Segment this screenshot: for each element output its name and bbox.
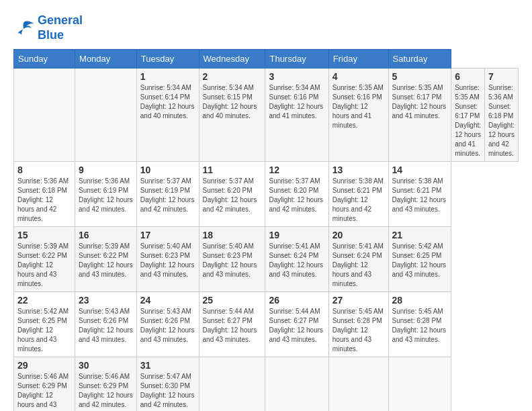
weekday-header-sunday: Sunday bbox=[14, 50, 75, 68]
day-info: Sunrise: 5:37 AMSunset: 6:20 PMDaylight:… bbox=[269, 177, 324, 214]
weekday-header-monday: Monday bbox=[75, 50, 137, 68]
calendar-cell: 19 Sunrise: 5:41 AMSunset: 6:24 PMDaylig… bbox=[265, 227, 328, 292]
weekday-header-thursday: Thursday bbox=[265, 50, 328, 68]
calendar-cell bbox=[75, 68, 137, 162]
calendar-cell: 14 Sunrise: 5:38 AMSunset: 6:21 PMDaylig… bbox=[388, 162, 451, 227]
day-number: 10 bbox=[140, 165, 195, 175]
calendar-cell: 22 Sunrise: 5:42 AMSunset: 6:25 PMDaylig… bbox=[14, 292, 75, 357]
day-info: Sunrise: 5:41 AMSunset: 6:24 PMDaylight:… bbox=[332, 242, 385, 289]
calendar-cell: 8 Sunrise: 5:36 AMSunset: 6:18 PMDayligh… bbox=[14, 162, 75, 227]
day-info: Sunrise: 5:34 AMSunset: 6:16 PMDaylight:… bbox=[269, 83, 324, 121]
day-number: 14 bbox=[392, 165, 448, 175]
calendar-cell: 18 Sunrise: 5:40 AMSunset: 6:23 PMDaylig… bbox=[199, 227, 265, 292]
calendar-cell: 10 Sunrise: 5:37 AMSunset: 6:19 PMDaylig… bbox=[136, 162, 199, 227]
calendar-cell bbox=[265, 357, 328, 411]
day-info: Sunrise: 5:42 AMSunset: 6:25 PMDaylight:… bbox=[17, 307, 71, 354]
calendar-cell: 7 Sunrise: 5:36 AMSunset: 6:18 PMDayligh… bbox=[485, 68, 519, 162]
day-number: 6 bbox=[455, 71, 481, 82]
calendar-cell: 12 Sunrise: 5:37 AMSunset: 6:20 PMDaylig… bbox=[265, 162, 328, 227]
day-info: Sunrise: 5:35 AMSunset: 6:17 PMDaylight:… bbox=[392, 83, 448, 121]
day-number: 5 bbox=[392, 71, 448, 82]
calendar-cell: 24 Sunrise: 5:43 AMSunset: 6:26 PMDaylig… bbox=[136, 292, 199, 357]
day-number: 3 bbox=[269, 71, 324, 82]
calendar-week-row: 22 Sunrise: 5:42 AMSunset: 6:25 PMDaylig… bbox=[14, 292, 519, 357]
calendar-table: SundayMondayTuesdayWednesdayThursdayFrid… bbox=[13, 49, 519, 411]
calendar-week-row: 1 Sunrise: 5:34 AMSunset: 6:14 PMDayligh… bbox=[14, 68, 519, 162]
calendar-cell: 15 Sunrise: 5:39 AMSunset: 6:22 PMDaylig… bbox=[14, 227, 75, 292]
day-number: 21 bbox=[392, 230, 448, 240]
day-info: Sunrise: 5:43 AMSunset: 6:26 PMDaylight:… bbox=[79, 307, 133, 345]
day-info: Sunrise: 5:43 AMSunset: 6:26 PMDaylight:… bbox=[140, 307, 195, 345]
day-number: 12 bbox=[269, 165, 324, 175]
calendar-cell: 26 Sunrise: 5:44 AMSunset: 6:27 PMDaylig… bbox=[265, 292, 328, 357]
calendar-cell: 31 Sunrise: 5:47 AMSunset: 6:30 PMDaylig… bbox=[136, 357, 199, 411]
day-number: 29 bbox=[17, 360, 71, 371]
day-number: 20 bbox=[332, 230, 385, 240]
calendar-cell: 11 Sunrise: 5:37 AMSunset: 6:20 PMDaylig… bbox=[199, 162, 265, 227]
calendar-cell: 21 Sunrise: 5:42 AMSunset: 6:25 PMDaylig… bbox=[388, 227, 451, 292]
weekday-header-row: SundayMondayTuesdayWednesdayThursdayFrid… bbox=[14, 50, 519, 68]
day-info: Sunrise: 5:44 AMSunset: 6:27 PMDaylight:… bbox=[203, 307, 262, 345]
day-number: 2 bbox=[203, 71, 262, 82]
day-info: Sunrise: 5:35 AMSunset: 6:16 PMDaylight:… bbox=[332, 83, 385, 130]
day-info: Sunrise: 5:38 AMSunset: 6:21 PMDaylight:… bbox=[392, 177, 448, 214]
day-number: 16 bbox=[79, 230, 133, 240]
calendar-cell: 5 Sunrise: 5:35 AMSunset: 6:17 PMDayligh… bbox=[388, 68, 451, 162]
page-header: General Blue bbox=[13, 13, 519, 42]
day-number: 22 bbox=[17, 295, 71, 306]
day-number: 25 bbox=[203, 295, 262, 306]
day-info: Sunrise: 5:39 AMSunset: 6:22 PMDaylight:… bbox=[79, 242, 133, 279]
day-info: Sunrise: 5:35 AMSunset: 6:17 PMDaylight:… bbox=[455, 83, 481, 158]
day-number: 27 bbox=[332, 295, 385, 306]
day-number: 18 bbox=[203, 230, 262, 240]
calendar-cell: 17 Sunrise: 5:40 AMSunset: 6:23 PMDaylig… bbox=[136, 227, 199, 292]
weekday-header-wednesday: Wednesday bbox=[199, 50, 265, 68]
calendar-cell: 2 Sunrise: 5:34 AMSunset: 6:15 PMDayligh… bbox=[199, 68, 265, 162]
day-info: Sunrise: 5:40 AMSunset: 6:23 PMDaylight:… bbox=[140, 242, 195, 279]
day-info: Sunrise: 5:47 AMSunset: 6:30 PMDaylight:… bbox=[140, 372, 195, 410]
day-info: Sunrise: 5:45 AMSunset: 6:28 PMDaylight:… bbox=[332, 307, 385, 354]
day-info: Sunrise: 5:42 AMSunset: 6:25 PMDaylight:… bbox=[392, 242, 448, 279]
day-number: 19 bbox=[269, 230, 324, 240]
calendar-cell: 25 Sunrise: 5:44 AMSunset: 6:27 PMDaylig… bbox=[199, 292, 265, 357]
calendar-cell: 29 Sunrise: 5:46 AMSunset: 6:29 PMDaylig… bbox=[14, 357, 75, 411]
weekday-header-friday: Friday bbox=[328, 50, 388, 68]
day-number: 1 bbox=[140, 71, 195, 82]
logo: General Blue bbox=[13, 13, 83, 42]
day-number: 17 bbox=[140, 230, 195, 240]
day-info: Sunrise: 5:36 AMSunset: 6:19 PMDaylight:… bbox=[79, 177, 133, 214]
day-info: Sunrise: 5:36 AMSunset: 6:18 PMDaylight:… bbox=[17, 177, 71, 224]
day-info: Sunrise: 5:34 AMSunset: 6:15 PMDaylight:… bbox=[203, 83, 262, 121]
day-info: Sunrise: 5:41 AMSunset: 6:24 PMDaylight:… bbox=[269, 242, 324, 279]
day-number: 26 bbox=[269, 295, 324, 306]
logo-bird-icon bbox=[13, 17, 35, 39]
day-number: 11 bbox=[203, 165, 262, 175]
day-number: 31 bbox=[140, 360, 195, 371]
day-info: Sunrise: 5:45 AMSunset: 6:28 PMDaylight:… bbox=[392, 307, 448, 345]
calendar-cell: 3 Sunrise: 5:34 AMSunset: 6:16 PMDayligh… bbox=[265, 68, 328, 162]
calendar-cell: 28 Sunrise: 5:45 AMSunset: 6:28 PMDaylig… bbox=[388, 292, 451, 357]
calendar-cell: 1 Sunrise: 5:34 AMSunset: 6:14 PMDayligh… bbox=[136, 68, 199, 162]
day-info: Sunrise: 5:44 AMSunset: 6:27 PMDaylight:… bbox=[269, 307, 324, 345]
day-number: 24 bbox=[140, 295, 195, 306]
calendar-cell: 6 Sunrise: 5:35 AMSunset: 6:17 PMDayligh… bbox=[451, 68, 485, 162]
calendar-cell bbox=[199, 357, 265, 411]
day-info: Sunrise: 5:46 AMSunset: 6:29 PMDaylight:… bbox=[79, 372, 133, 410]
day-info: Sunrise: 5:36 AMSunset: 6:18 PMDaylight:… bbox=[488, 83, 515, 158]
calendar-cell: 4 Sunrise: 5:35 AMSunset: 6:16 PMDayligh… bbox=[328, 68, 388, 162]
day-number: 4 bbox=[332, 71, 385, 82]
logo-text: General Blue bbox=[38, 13, 83, 42]
day-number: 13 bbox=[332, 165, 385, 175]
day-info: Sunrise: 5:46 AMSunset: 6:29 PMDaylight:… bbox=[17, 372, 71, 411]
calendar-cell bbox=[328, 357, 388, 411]
calendar-cell bbox=[388, 357, 451, 411]
calendar-week-row: 8 Sunrise: 5:36 AMSunset: 6:18 PMDayligh… bbox=[14, 162, 519, 227]
day-info: Sunrise: 5:38 AMSunset: 6:21 PMDaylight:… bbox=[332, 177, 385, 224]
calendar-cell: 13 Sunrise: 5:38 AMSunset: 6:21 PMDaylig… bbox=[328, 162, 388, 227]
calendar-cell bbox=[14, 68, 75, 162]
calendar-cell: 30 Sunrise: 5:46 AMSunset: 6:29 PMDaylig… bbox=[75, 357, 137, 411]
calendar-cell: 16 Sunrise: 5:39 AMSunset: 6:22 PMDaylig… bbox=[75, 227, 137, 292]
calendar-cell: 23 Sunrise: 5:43 AMSunset: 6:26 PMDaylig… bbox=[75, 292, 137, 357]
calendar-week-row: 15 Sunrise: 5:39 AMSunset: 6:22 PMDaylig… bbox=[14, 227, 519, 292]
day-info: Sunrise: 5:37 AMSunset: 6:20 PMDaylight:… bbox=[203, 177, 262, 214]
